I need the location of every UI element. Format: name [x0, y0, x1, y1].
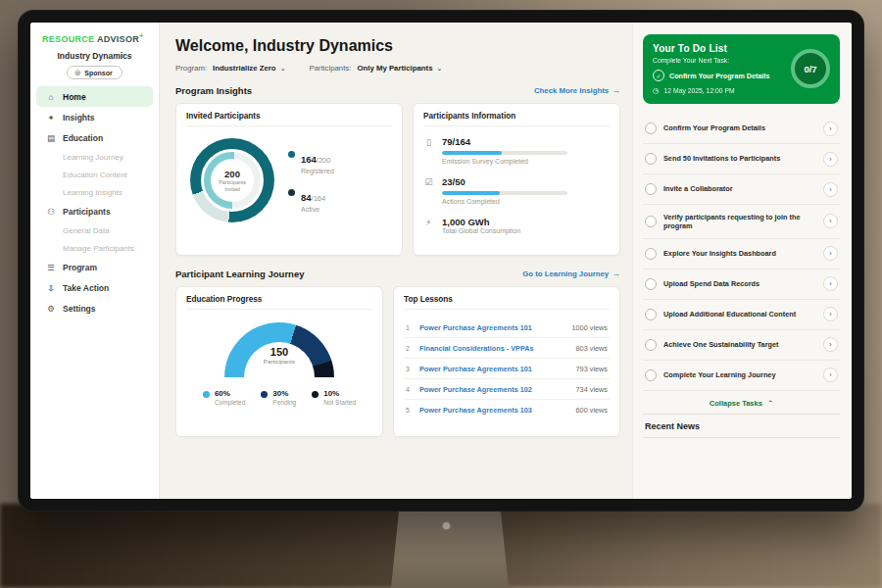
chevron-right-icon[interactable]: › — [823, 368, 838, 382]
task-row-confirm-program-details[interactable]: Confirm Your Program Details › — [643, 114, 840, 144]
chevron-right-icon[interactable]: › — [823, 152, 838, 167]
consumption-icon: ⚡ — [423, 218, 434, 234]
participants-select[interactable]: Only My Participants ⌄ — [357, 64, 442, 73]
checkbox-icon[interactable] — [645, 216, 657, 227]
checkbox-icon[interactable] — [645, 309, 657, 320]
checkbox-icon[interactable] — [645, 183, 657, 195]
checkbox-icon[interactable] — [645, 339, 657, 351]
sidebar-item-label: Learning Journey — [63, 153, 123, 162]
registered-total: /200 — [317, 156, 331, 165]
lesson-row: 5 Power Purchase Agreements 103 600 view… — [404, 400, 610, 419]
todo-progress-value: 0/7 — [804, 64, 816, 74]
sidebar-item-learning-insights[interactable]: Learning Insights — [36, 183, 153, 201]
task-row-send-invitations[interactable]: Send 50 Invitations to Participants › — [643, 144, 840, 174]
task-label: Upload Additional Educational Content — [663, 310, 816, 318]
chevron-right-icon[interactable]: › — [823, 214, 838, 228]
sidebar-item-label: Home — [63, 92, 86, 102]
todo-next-task-label: Confirm Your Program Details — [669, 72, 769, 80]
legend-item-active: 84/164 Active — [288, 187, 334, 213]
sidebar-item-settings[interactable]: ⚙ Settings — [36, 298, 153, 318]
active-dot-icon — [288, 189, 295, 196]
checkbox-icon[interactable] — [645, 153, 657, 165]
sidebar-item-label: Settings — [63, 304, 96, 314]
stat-label: Total Global Consumption — [442, 227, 520, 234]
program-icon: ☰ — [46, 263, 56, 272]
registered-dot-icon — [288, 151, 295, 158]
chevron-up-icon: ⌃ — [767, 399, 773, 408]
sidebar-item-general-data[interactable]: General Data — [36, 221, 153, 239]
insights-icon: ✦ — [46, 113, 56, 122]
sidebar-item-label: Participants — [63, 207, 111, 217]
stat-emission-survey: ▯ 79/164 Emission Survey Completed — [423, 136, 610, 165]
sidebar-item-insights[interactable]: ✦ Insights — [36, 107, 153, 127]
invited-participants-card: Invited Participants 200 Participants In… — [175, 103, 403, 256]
arrow-right-icon: → — [612, 270, 620, 278]
lesson-link[interactable]: Power Purchase Agreements 102 — [419, 385, 570, 394]
check-more-insights-link[interactable]: Check More Insights → — [534, 86, 620, 95]
task-row-invite-collaborator[interactable]: Invite a Collaborator › — [643, 174, 840, 205]
lesson-link[interactable]: Power Purchase Agreements 103 — [419, 406, 570, 415]
checkbox-icon[interactable] — [645, 248, 657, 260]
sidebar-item-education-content[interactable]: Education Content — [36, 166, 153, 183]
logo-text-advisor: ADVISOR — [94, 34, 139, 44]
chevron-right-icon[interactable]: › — [823, 182, 838, 197]
task-row-achieve-sustainability-target[interactable]: Achieve One Sustainability Target › — [643, 330, 840, 361]
todo-next-due-label: 12 May 2025, 12:00 PM — [664, 87, 735, 94]
task-row-upload-educational-content[interactable]: Upload Additional Educational Content › — [643, 300, 840, 330]
progress-bar — [442, 151, 567, 155]
sidebar-item-label: Take Action — [63, 283, 109, 293]
collapse-tasks-button[interactable]: Collapse Tasks ⌃ — [643, 391, 840, 414]
chevron-right-icon[interactable]: › — [823, 276, 838, 291]
sponsor-badge[interactable]: ◎ Sponsor — [67, 66, 122, 79]
sidebar-item-program[interactable]: ☰ Program — [36, 257, 153, 277]
registered-label: Registered — [301, 168, 334, 174]
monitor-frame: RESOURCE ADVISOR+ Industry Dynamics ◎ Sp… — [18, 10, 864, 512]
todo-progress-ring: 0/7 — [791, 49, 830, 88]
chevron-right-icon[interactable]: › — [823, 337, 838, 352]
pending-label: Pending — [272, 399, 296, 406]
checkbox-icon[interactable] — [645, 278, 657, 290]
task-row-complete-learning-journey[interactable]: Complete Your Learning Journey › — [643, 361, 840, 391]
go-to-learning-journey-link[interactable]: Go to Learning Journey → — [522, 270, 620, 278]
sidebar-item-home[interactable]: ⌂ Home — [36, 86, 153, 107]
task-label: Send 50 Invitations to Participants — [663, 154, 816, 163]
completed-dot-icon — [203, 391, 210, 398]
lesson-rank: 2 — [406, 345, 414, 352]
card-title: Education Progress — [186, 295, 372, 310]
filters-bar: Program: Industrialize Zero ⌄ Participan… — [175, 64, 620, 73]
lesson-link[interactable]: Power Purchase Agreements 101 — [419, 365, 570, 373]
invited-donut-wrap: 200 Participants Invited 164/200 — [186, 134, 392, 222]
chevron-down-icon: ⌄ — [280, 65, 286, 73]
chevron-right-icon[interactable]: › — [823, 122, 838, 136]
checkbox-icon[interactable] — [645, 122, 657, 134]
task-row-verify-participants[interactable]: Verify participants requesting to join t… — [643, 205, 840, 239]
lesson-link[interactable]: Financial Considerations - VPPAs — [419, 344, 570, 353]
sidebar-item-take-action[interactable]: ⇩ Take Action — [36, 277, 153, 298]
sidebar-item-education[interactable]: ▤ Education — [36, 127, 153, 148]
sidebar-item-participants[interactable]: ⚇ Participants — [36, 201, 153, 221]
sidebar-item-learning-journey[interactable]: Learning Journey — [36, 148, 153, 166]
todo-panel: Your To Do List Complete Your Next Task:… — [632, 23, 852, 499]
task-label: Verify participants requesting to join t… — [663, 213, 816, 231]
task-label: Confirm Your Program Details — [663, 123, 816, 132]
program-select[interactable]: Industrialize Zero ⌄ — [213, 64, 285, 73]
task-row-upload-spend-data[interactable]: Upload Spend Data Records › — [643, 270, 840, 300]
invited-donut-inner-ring: 200 Participants Invited — [201, 149, 264, 212]
registered-value: 164 — [301, 154, 317, 165]
program-filter-label: Program: — [175, 64, 207, 73]
pending-pct: 30% — [272, 389, 296, 398]
education-gauge-text: 150 Participants — [224, 346, 334, 365]
todo-next-due: ◷ 12 May 2025, 12:00 PM — [653, 86, 830, 95]
chevron-right-icon[interactable]: › — [823, 246, 838, 261]
sidebar-item-manage-participants[interactable]: Manage Participants — [36, 239, 153, 257]
lesson-link[interactable]: Power Purchase Agreements 101 — [419, 323, 565, 332]
pending-dot-icon — [261, 391, 268, 398]
page-title: Welcome, Industry Dynamics — [175, 37, 620, 55]
task-row-explore-insights[interactable]: Explore Your Insights Dashboard › — [643, 239, 840, 270]
checkbox-icon[interactable] — [645, 369, 657, 381]
participants-filter-label: Participants: — [310, 64, 352, 73]
invited-donut-center: 200 Participants Invited — [211, 159, 254, 202]
chevron-right-icon[interactable]: › — [823, 307, 838, 321]
learning-journey-section-header: Participant Learning Journey Go to Learn… — [175, 269, 620, 279]
education-icon: ▤ — [46, 133, 56, 143]
